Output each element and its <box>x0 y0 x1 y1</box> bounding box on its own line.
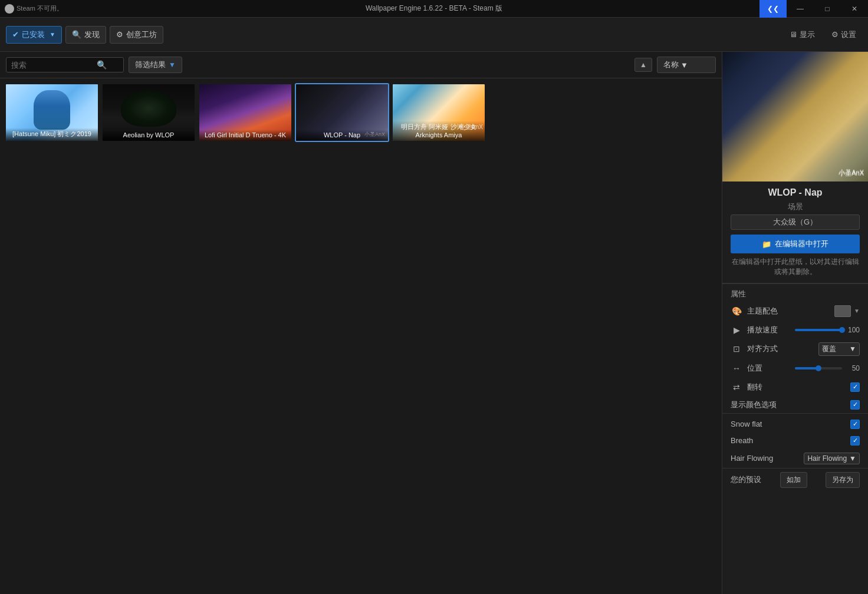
snow-flat-label: Snow flat <box>731 420 762 428</box>
flip-control: ✓ <box>850 382 860 392</box>
list-item[interactable]: WLOP - Nap <box>295 83 389 142</box>
installed-dropdown-arrow: ▼ <box>50 31 55 38</box>
discover-button[interactable]: 🔍 发现 <box>65 26 106 44</box>
search-input[interactable] <box>11 61 94 70</box>
hair-flowing-row: Hair Flowing Hair Flowing ▼ <box>722 449 868 468</box>
steam-badge: Steam 不可用。 <box>5 4 63 14</box>
hair-flowing-dropdown[interactable]: Hair Flowing ▼ <box>804 453 860 464</box>
open-editor-button[interactable]: 📁 在编辑器中打开 <box>731 235 860 253</box>
toolbar-right: 🖥 显示 ⚙ 设置 <box>784 27 862 43</box>
display-button[interactable]: 🖥 显示 <box>784 27 821 43</box>
align-label: 对齐方式 <box>747 344 782 354</box>
sort-label: 名称 <box>663 60 679 70</box>
settings-label: 设置 <box>841 29 856 40</box>
maximize-button[interactable]: □ <box>814 0 841 18</box>
search-input-wrapper[interactable]: 🔍 <box>6 57 124 72</box>
author-label: 小圣AnX <box>460 123 483 131</box>
play-icon: ▶ <box>734 325 740 335</box>
display-colors-checkbox[interactable]: ✓ <box>850 400 860 410</box>
position-row: ↔ 位置 50 <box>722 359 868 378</box>
steam-badge-text: Steam 不可用。 <box>17 4 63 13</box>
breath-checkbox[interactable]: ✓ <box>850 436 860 446</box>
steam-icon <box>5 4 14 14</box>
flip-label: 翻转 <box>747 382 782 392</box>
feature-section: Snow flat ✓ Breath ✓ Hair Flowing <box>722 413 868 468</box>
preview-image: 小圣AnX <box>722 52 868 182</box>
theme-color-icon: 🎨 <box>731 305 742 317</box>
open-editor-label: 在编辑器中打开 <box>775 239 828 249</box>
snow-flat-row: Snow flat ✓ <box>722 416 868 433</box>
settings-button[interactable]: ⚙ 设置 <box>826 27 862 43</box>
sort-dropdown[interactable]: 名称 ▼ <box>657 57 716 73</box>
preview-author: 小圣AnX <box>839 168 864 177</box>
color-dropdown-arrow[interactable]: ▼ <box>854 308 860 314</box>
wallpaper-label: WLOP - Nap <box>296 130 388 141</box>
collapse-button[interactable]: ▲ <box>634 58 652 72</box>
wallpaper-rating: 大众级（G） <box>731 214 860 230</box>
list-item[interactable]: [Hatsune Miku] 初ミク2019 <box>5 83 99 142</box>
breath-control: ✓ <box>850 436 860 446</box>
filter-button[interactable]: 筛选结果 ▼ <box>129 57 182 73</box>
snow-flat-checkbox[interactable]: ✓ <box>850 420 860 429</box>
wallpaper-title-lofi: Lofi Girl Initial D Trueno - 4K <box>205 131 286 138</box>
align-dropdown-arrow: ▼ <box>849 345 856 353</box>
position-value: 50 <box>845 364 860 372</box>
preset-row: 您的预设 如加 另存为 <box>722 468 868 491</box>
preset-label: 您的预设 <box>731 474 761 485</box>
color-swatch[interactable] <box>834 305 851 317</box>
playback-speed-label: 播放速度 <box>747 325 782 335</box>
list-item[interactable]: 明日方舟 阿米娅 沙滩少女 Arknights Amiya 小圣AnX <box>392 83 486 142</box>
wallpaper-label: Lofi Girl Initial D Trueno - 4K <box>199 130 291 141</box>
installed-button[interactable]: ✔ 已安装 ▼ <box>6 26 62 44</box>
list-item[interactable]: Aeolian by WLOP <box>101 83 196 142</box>
installed-label: 已安装 <box>22 29 45 40</box>
playback-icon: ▶ <box>731 324 742 336</box>
workshop-label: 创意工坊 <box>126 29 157 40</box>
wallpaper-type: 场景 <box>731 202 860 212</box>
hair-flowing-label: Hair Flowing <box>731 454 773 463</box>
prev-button[interactable]: ❮❮ <box>760 0 787 18</box>
search-bar: 🔍 筛选结果 ▼ ▲ 名称 ▼ <box>0 52 722 78</box>
settings-icon: ⚙ <box>831 30 839 39</box>
filter-icon: ▼ <box>169 61 176 69</box>
add-preset-button[interactable]: 如加 <box>780 472 807 488</box>
workshop-button[interactable]: ⚙ 创意工坊 <box>110 26 163 44</box>
playback-slider[interactable] <box>795 329 842 331</box>
wallpaper-title-miku: [Hatsune Miku] 初ミク2019 <box>12 130 91 137</box>
discover-label: 发现 <box>84 29 100 40</box>
properties-section-title: 属性 <box>722 283 868 302</box>
position-slider[interactable] <box>795 367 842 369</box>
display-colors-label: 显示颜色选项 <box>731 400 777 410</box>
left-panel: 🔍 筛选结果 ▼ ▲ 名称 ▼ [Hatsu <box>0 52 722 594</box>
list-item[interactable]: Lofi Girl Initial D Trueno - 4K <box>198 83 292 142</box>
save-preset-button[interactable]: 另存为 <box>826 472 860 488</box>
minimize-button[interactable]: — <box>787 0 814 18</box>
display-icon: 🖥 <box>790 30 797 39</box>
align-icon: ⊡ <box>731 343 742 355</box>
wallpaper-label: Aeolian by WLOP <box>103 130 195 141</box>
flip-checkbox[interactable]: ✓ <box>850 382 860 392</box>
hair-flowing-arrow: ▼ <box>849 454 856 463</box>
hair-flowing-control: Hair Flowing ▼ <box>804 453 860 464</box>
position-control: 50 <box>795 364 860 372</box>
sort-arrow: ▼ <box>680 61 688 70</box>
workshop-icon: ⚙ <box>116 30 123 39</box>
color-wheel-icon: 🎨 <box>732 306 742 316</box>
breath-row: Breath ✓ <box>722 433 868 449</box>
snow-flat-control: ✓ <box>850 420 860 429</box>
titlebar: Steam 不可用。 Wallpaper Engine 1.6.22 - BET… <box>0 0 868 18</box>
right-wallpaper-title: WLOP - Nap <box>731 187 860 198</box>
align-dropdown[interactable]: 覆盖 ▼ <box>818 342 860 356</box>
prev-icon: ❮❮ <box>767 5 779 13</box>
preview-figure: 小圣AnX <box>722 52 868 182</box>
align-icon-symbol: ⊡ <box>733 344 740 354</box>
close-button[interactable]: ✕ <box>841 0 868 18</box>
editor-desc: 在编辑器中打开此壁纸，以对其进行编辑或将其删除。 <box>731 257 860 277</box>
right-info: WLOP - Nap 场景 大众级（G） 📁 在编辑器中打开 在编辑器中打开此壁… <box>722 182 868 283</box>
playback-speed-row: ▶ 播放速度 100 <box>722 321 868 339</box>
display-colors-row: 显示颜色选项 ✓ <box>722 397 868 413</box>
window-title: Wallpaper Engine 1.6.22 - BETA - Steam 版 <box>366 4 502 14</box>
align-row: ⊡ 对齐方式 覆盖 ▼ <box>722 339 868 359</box>
position-icon-symbol: ↔ <box>732 364 741 373</box>
align-value: 覆盖 <box>822 344 836 354</box>
